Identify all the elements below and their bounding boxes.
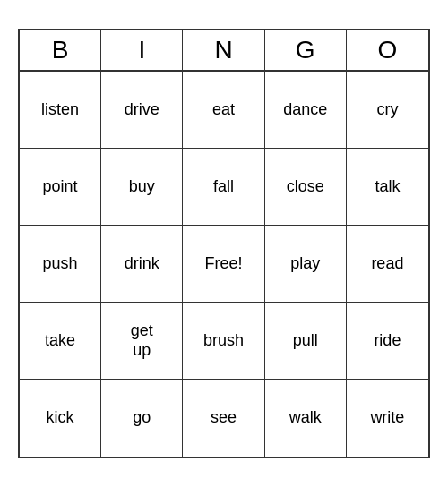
bingo-cell-4: cry (347, 72, 428, 149)
bingo-cell-18: pull (265, 303, 347, 380)
bingo-cell-19: ride (347, 303, 428, 380)
bingo-cell-2: eat (183, 72, 264, 149)
bingo-cell-20: kick (20, 380, 101, 457)
bingo-cell-0: listen (20, 72, 101, 149)
bingo-cell-3: dance (265, 72, 347, 149)
bingo-cell-7: fall (183, 149, 264, 226)
bingo-cell-10: push (20, 226, 101, 303)
bingo-cell-21: go (101, 380, 183, 457)
bingo-cell-17: brush (183, 303, 264, 380)
header-letter-o: O (347, 30, 428, 70)
bingo-cell-15: take (20, 303, 101, 380)
bingo-cell-5: point (20, 149, 101, 226)
bingo-cell-9: talk (347, 149, 428, 226)
header-letter-b: B (20, 30, 101, 70)
bingo-cell-11: drink (101, 226, 183, 303)
header-letter-i: I (101, 30, 183, 70)
bingo-cell-16: get up (101, 303, 183, 380)
bingo-cell-8: close (265, 149, 347, 226)
bingo-cell-14: read (347, 226, 428, 303)
bingo-header: BINGO (20, 30, 428, 72)
bingo-cell-24: write (347, 380, 428, 457)
header-letter-n: N (183, 30, 264, 70)
header-letter-g: G (265, 30, 347, 70)
bingo-cell-13: play (265, 226, 347, 303)
bingo-cell-23: walk (265, 380, 347, 457)
bingo-cell-22: see (183, 380, 264, 457)
bingo-card: BINGO listendriveeatdancecrypointbuyfall… (18, 29, 430, 458)
bingo-cell-1: drive (101, 72, 183, 149)
bingo-grid: listendriveeatdancecrypointbuyfallcloset… (20, 72, 428, 457)
bingo-cell-12: Free! (183, 226, 264, 303)
bingo-cell-6: buy (101, 149, 183, 226)
